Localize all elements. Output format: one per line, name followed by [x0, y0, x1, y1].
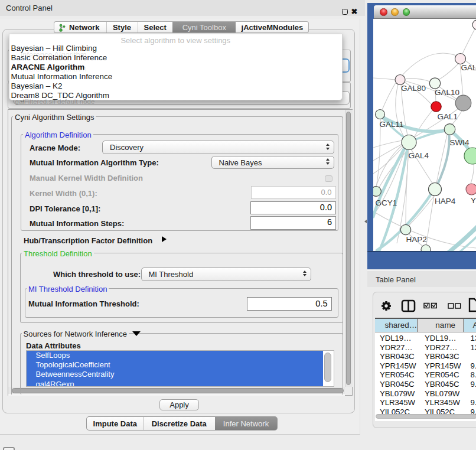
- svg-text:GAL10: GAL10: [435, 88, 459, 97]
- svg-text:YJ: YJ: [471, 196, 476, 205]
- svg-text:HAP2: HAP2: [406, 235, 427, 244]
- svg-text:GAL7: GAL7: [461, 63, 476, 72]
- svg-text:HAP4: HAP4: [435, 197, 456, 206]
- svg-text:GCY1: GCY1: [376, 198, 397, 207]
- svg-text:SWI4: SWI4: [450, 138, 470, 147]
- svg-text:GAL4: GAL4: [409, 151, 429, 160]
- svg-text:GAL11: GAL11: [380, 120, 404, 129]
- svg-text:GAL80: GAL80: [401, 84, 426, 93]
- svg-text:GAL1: GAL1: [438, 112, 458, 121]
